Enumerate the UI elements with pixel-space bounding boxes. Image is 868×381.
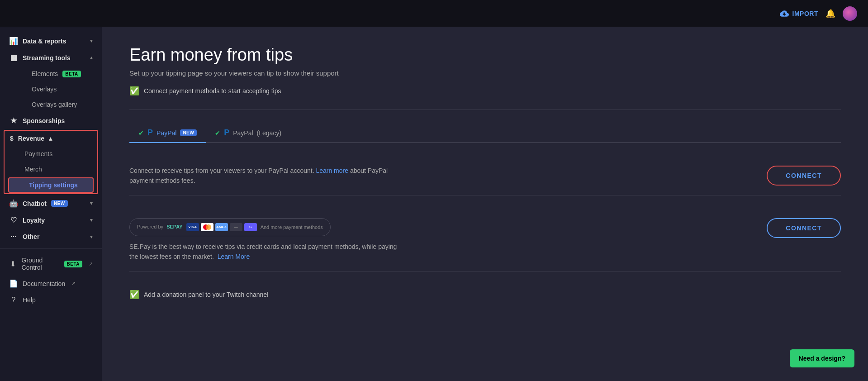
- sidebar-item-chatbot[interactable]: 🤖 Chatbot NEW ▾: [0, 195, 102, 212]
- avatar[interactable]: [843, 6, 857, 21]
- sidebar-item-loyalty-label: Loyalty: [23, 217, 45, 224]
- sidebar-item-data-reports-label: Data & reports: [23, 38, 66, 45]
- sidebar-item-merch[interactable]: Merch: [5, 162, 97, 177]
- tab-paypal-legacy[interactable]: ✔ P PayPal (Legacy): [206, 124, 290, 143]
- other-icon: ···: [9, 233, 18, 241]
- sidebar-item-tipping-settings[interactable]: Tipping settings: [8, 177, 94, 193]
- sidebar-item-elements-label: Elements: [32, 70, 58, 77]
- status-row: ✅ Connect payment methods to start accep…: [129, 86, 841, 96]
- notifications-bell[interactable]: 🔔: [825, 9, 835, 19]
- donation-panel-row: ✅ Add a donation panel to your Twitch ch…: [129, 290, 841, 300]
- sidebar-item-revenue[interactable]: $ Revenue ▴: [5, 131, 97, 146]
- sidebar-item-overlays-label: Overlays: [32, 86, 57, 93]
- paypal-legacy-logo-p: P: [224, 128, 229, 138]
- tab-paypal-legacy-suffix: (Legacy): [257, 129, 281, 137]
- paypal-info: Connect to receive tips from your viewer…: [129, 166, 401, 186]
- paypal-legacy-check-icon: ✔: [215, 129, 220, 137]
- sidebar-item-other[interactable]: ··· Other ▾: [0, 229, 102, 245]
- paypal-payment-card: Connect to receive tips from your viewer…: [129, 157, 841, 195]
- topbar: IMPORT 🔔: [0, 0, 868, 27]
- sidebar-item-loyalty[interactable]: ♡ Loyalty ▾: [0, 212, 102, 229]
- paypal-new-badge: NEW: [180, 129, 197, 136]
- tab-paypal-new[interactable]: ✔ P PayPal NEW: [129, 124, 206, 143]
- sidebar-item-other-label: Other: [23, 233, 39, 240]
- layout: 📊 Data & reports ▾ ▦ Streaming tools ▴ E…: [0, 27, 868, 381]
- sidebar-item-streaming-tools[interactable]: ▦ Streaming tools ▴: [0, 49, 102, 66]
- streaming-tools-icon: ▦: [9, 53, 18, 62]
- sidebar-item-ground-control[interactable]: ⬇ Ground Control BETA ↗: [0, 252, 102, 275]
- main-content: Earn money from tips Set up your tipping…: [102, 27, 868, 381]
- sidebar-item-help[interactable]: ? Help: [0, 292, 102, 308]
- help-icon: ?: [9, 296, 18, 304]
- sidebar-item-documentation-label: Documentation: [23, 280, 65, 287]
- amex-icon: AMEX: [215, 223, 228, 231]
- sidebar-item-payments-label: Payments: [24, 150, 52, 157]
- page-title: Earn money from tips: [129, 45, 841, 65]
- connect-paypal-button[interactable]: CONNECT: [767, 166, 841, 186]
- sidebar: 📊 Data & reports ▾ ▦ Streaming tools ▴ E…: [0, 27, 102, 381]
- documentation-icon: 📄: [9, 279, 18, 288]
- doc-external-link-icon: ↗: [71, 281, 76, 286]
- import-icon: [780, 9, 789, 18]
- connect-sepay-button[interactable]: CONNECT: [767, 218, 841, 238]
- payment-section: Connect to receive tips from your viewer…: [129, 157, 841, 300]
- loyalty-icon: ♡: [9, 216, 18, 224]
- sidebar-item-overlays-gallery-label: Overlays gallery: [32, 101, 77, 108]
- sidebar-item-tipping-settings-label: Tipping settings: [29, 181, 78, 189]
- payment-tabs: ✔ P PayPal NEW ✔ P PayPal (Legacy): [129, 124, 841, 143]
- sidebar-item-data-reports[interactable]: 📊 Data & reports ▾: [0, 33, 102, 49]
- import-label: IMPORT: [792, 10, 818, 17]
- sidebar-item-ground-control-label: Ground Control: [22, 257, 60, 271]
- sepay-learn-more-link[interactable]: Learn More: [218, 253, 250, 260]
- ground-control-beta-badge: BETA: [64, 261, 82, 267]
- sidebar-item-payments[interactable]: Payments: [5, 146, 97, 162]
- chatbot-new-badge: NEW: [51, 200, 68, 207]
- sepay-payment-card: Powered by SEPAY VISA AMEX — S: [129, 209, 841, 271]
- paypal-new-logo-p: P: [147, 128, 153, 138]
- revenue-subnav: Payments Merch Tipping settings: [5, 146, 97, 193]
- chevron-up-icon: ▴: [90, 55, 93, 61]
- sidebar-item-overlays[interactable]: Overlays: [23, 81, 102, 97]
- revenue-icon: $: [10, 135, 14, 142]
- sidebar-item-sponsorships-label: Sponsorships: [23, 117, 65, 124]
- sidebar-item-elements[interactable]: Elements BETA: [23, 66, 102, 81]
- sidebar-item-revenue-label: Revenue: [18, 135, 44, 142]
- sepay-info: Powered by SEPAY VISA AMEX — S: [129, 218, 401, 262]
- more-payment-methods-label: And more payment methods: [261, 224, 323, 230]
- svg-point-1: [206, 224, 211, 230]
- external-link-icon: ↗: [89, 261, 93, 267]
- need-design-button[interactable]: Need a design?: [790, 349, 854, 367]
- chevron-down-icon: ▾: [90, 38, 93, 44]
- powered-by-label: Powered by SEPAY: [137, 224, 183, 229]
- paypal-description: Connect to receive tips from your viewer…: [129, 166, 401, 186]
- sidebar-item-documentation[interactable]: 📄 Documentation ↗: [0, 275, 102, 292]
- donation-check-icon: ✅: [129, 290, 139, 300]
- sepay-description: SE.Pay is the best way to receive tips v…: [129, 242, 401, 262]
- sidebar-item-sponsorships[interactable]: ★ Sponsorships: [0, 112, 102, 129]
- tab-paypal-legacy-label: PayPal: [233, 129, 253, 137]
- payment-icons-row: VISA AMEX — S: [186, 223, 257, 231]
- page-subtitle: Set up your tipping page so your viewers…: [129, 69, 841, 77]
- elements-beta-badge: BETA: [62, 71, 81, 77]
- donation-text: Add a donation panel to your Twitch chan…: [144, 291, 268, 298]
- import-button[interactable]: IMPORT: [780, 9, 818, 18]
- mastercard-icon: [201, 223, 213, 231]
- ground-control-icon: ⬇: [9, 260, 17, 268]
- sepay-powered-area: Powered by SEPAY: [137, 224, 183, 230]
- sidebar-item-overlays-gallery[interactable]: Overlays gallery: [23, 97, 102, 112]
- sidebar-item-help-label: Help: [23, 296, 36, 304]
- paypal-learn-more-link[interactable]: Learn more: [316, 167, 348, 174]
- tab-paypal-new-label: PayPal: [157, 129, 176, 137]
- visa-icon: VISA: [186, 223, 199, 231]
- paypal-new-check-icon: ✔: [138, 129, 144, 137]
- loyalty-chevron-icon: ▾: [90, 217, 93, 223]
- revenue-section: $ Revenue ▴ Payments Merch Tipping setti…: [4, 130, 98, 194]
- sidebar-item-merch-label: Merch: [24, 166, 42, 173]
- other-chevron-icon: ▾: [90, 234, 93, 240]
- sponsorships-icon: ★: [9, 116, 18, 125]
- status-text: Connect payment methods to start accepti…: [144, 87, 281, 95]
- sidebar-item-chatbot-label: Chatbot: [23, 200, 47, 207]
- other-card-icon: —: [230, 223, 242, 231]
- revenue-chevron-icon: ▴: [49, 135, 52, 142]
- streaming-tools-subnav: Elements BETA Overlays Overlays gallery: [0, 66, 102, 112]
